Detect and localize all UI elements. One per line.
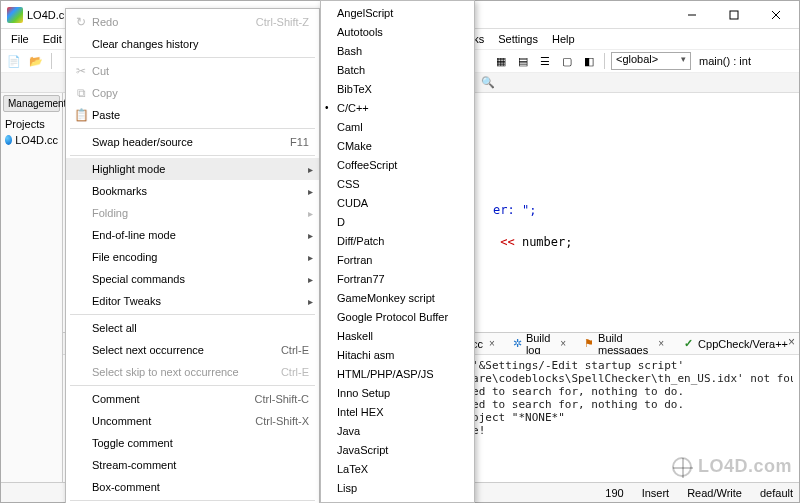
window-title: LO4D.c xyxy=(27,9,64,21)
projects-label: Projects xyxy=(1,114,62,132)
menu-item[interactable]: Special commands xyxy=(66,268,319,290)
menu-item[interactable]: Editor Tweaks xyxy=(66,290,319,312)
menu-item[interactable]: Box-comment xyxy=(66,476,319,498)
close-button[interactable] xyxy=(755,2,797,28)
menu-item-shortcut: Ctrl-Shift-Z xyxy=(256,16,309,28)
redo-icon: ↻ xyxy=(70,15,92,29)
bottom-tab-label: CppCheck/Vera++ xyxy=(698,338,788,350)
menu-file[interactable]: File xyxy=(5,31,35,47)
menu-edit[interactable]: Edit xyxy=(37,31,68,47)
menu-item: ↻RedoCtrl-Shift-Z xyxy=(66,11,319,33)
highlight-mode-item[interactable]: D xyxy=(321,212,474,231)
function-indicator[interactable]: main() : int xyxy=(695,55,751,67)
watermark: LO4D.com xyxy=(672,456,792,477)
tab-close-icon[interactable]: × xyxy=(558,338,566,349)
code-text: << xyxy=(500,235,514,249)
maximize-button[interactable] xyxy=(713,2,755,28)
status-readwrite: Read/Write xyxy=(687,487,742,499)
flag-icon: ⚑ xyxy=(584,338,594,350)
sidebar: Management Projects LO4D.cc xyxy=(1,93,63,482)
toolbar-icon[interactable]: ☰ xyxy=(536,52,554,70)
highlight-mode-item[interactable]: JavaScript xyxy=(321,440,474,459)
highlight-mode-item[interactable]: Bash xyxy=(321,41,474,60)
menu-item[interactable]: 📋Paste xyxy=(66,104,319,126)
toolbar-icon[interactable]: ▤ xyxy=(514,52,532,70)
highlight-mode-item[interactable]: Intel HEX xyxy=(321,402,474,421)
menu-settings[interactable]: Settings xyxy=(492,31,544,47)
project-item[interactable]: LO4D.cc xyxy=(1,132,62,148)
menu-item[interactable]: UncommentCtrl-Shift-X xyxy=(66,410,319,432)
svg-rect-1 xyxy=(730,11,738,19)
menu-item-label: Stream-comment xyxy=(92,459,309,471)
new-file-icon[interactable]: 📄 xyxy=(5,52,23,70)
highlight-mode-item[interactable]: Diff/Patch xyxy=(321,231,474,250)
toolbar-icon[interactable]: ▦ xyxy=(492,52,510,70)
status-insert-mode: Insert xyxy=(642,487,670,499)
highlight-mode-item[interactable]: Caml xyxy=(321,117,474,136)
menu-item[interactable]: Swap header/sourceF11 xyxy=(66,131,319,153)
scope-combo[interactable]: <global> xyxy=(611,52,691,70)
paste-icon: 📋 xyxy=(70,108,92,122)
management-tab[interactable]: Management xyxy=(3,95,60,112)
highlight-mode-item[interactable]: GameMonkey script xyxy=(321,288,474,307)
menu-item[interactable]: File encoding xyxy=(66,246,319,268)
app-logo-icon xyxy=(7,7,23,23)
menu-item[interactable]: Toggle comment xyxy=(66,432,319,454)
highlight-mode-item[interactable]: Java xyxy=(321,421,474,440)
code-text: er: xyxy=(493,203,522,217)
highlight-mode-item[interactable]: Fortran77 xyxy=(321,269,474,288)
menu-item[interactable]: Select all xyxy=(66,317,319,339)
toolbar-icon[interactable]: ◧ xyxy=(580,52,598,70)
menu-item[interactable]: Bookmarks xyxy=(66,180,319,202)
menu-item-label: Clear changes history xyxy=(92,38,309,50)
highlight-mode-item[interactable]: Google Protocol Buffer xyxy=(321,307,474,326)
menu-item: Select skip to next occurrenceCtrl-E xyxy=(66,361,319,383)
menu-item-label: Bookmarks xyxy=(92,185,309,197)
highlight-mode-item[interactable]: Lua xyxy=(321,497,474,503)
highlight-mode-item[interactable]: HTML/PHP/ASP/JS xyxy=(321,364,474,383)
highlight-mode-item[interactable]: LaTeX xyxy=(321,459,474,478)
bottom-tab-build-log[interactable]: ✲Build log× xyxy=(506,333,573,355)
menu-item[interactable]: Highlight mode xyxy=(66,158,319,180)
menu-item-label: Special commands xyxy=(92,273,309,285)
highlight-mode-item[interactable]: CSS xyxy=(321,174,474,193)
highlight-mode-item[interactable]: Autotools xyxy=(321,22,474,41)
highlight-mode-item[interactable]: Hitachi asm xyxy=(321,345,474,364)
bottom-tab-cppcheck[interactable]: ✓CppCheck/Vera++ xyxy=(675,335,795,353)
menu-help[interactable]: Help xyxy=(546,31,581,47)
search-icon[interactable]: 🔍 xyxy=(481,76,495,89)
status-col: 190 xyxy=(605,487,623,499)
highlight-mode-item[interactable]: BibTeX xyxy=(321,79,474,98)
menu-item[interactable]: Select next occurrenceCtrl-E xyxy=(66,339,319,361)
menu-item-shortcut: Ctrl-Shift-C xyxy=(255,393,309,405)
highlight-mode-item[interactable]: CMake xyxy=(321,136,474,155)
toolbar-icon[interactable]: ▢ xyxy=(558,52,576,70)
highlight-mode-submenu[interactable]: AngelScriptAutotoolsBashBatchBibTeXC/C++… xyxy=(320,0,475,503)
gear-icon: ✲ xyxy=(513,338,522,350)
bottom-tab-build-messages[interactable]: ⚑Build messages× xyxy=(577,333,671,355)
bottom-tab-label: Build log xyxy=(526,333,554,355)
menu-item: Folding xyxy=(66,202,319,224)
edit-context-menu[interactable]: ↻RedoCtrl-Shift-ZClear changes history✂C… xyxy=(65,8,320,503)
menu-item[interactable]: End-of-line mode xyxy=(66,224,319,246)
highlight-mode-item[interactable]: Haskell xyxy=(321,326,474,345)
project-item-label: LO4D.cc xyxy=(15,134,58,146)
tab-close-icon[interactable]: × xyxy=(656,338,664,349)
menu-item[interactable]: Stream-comment xyxy=(66,454,319,476)
highlight-mode-item[interactable]: Batch xyxy=(321,60,474,79)
bottom-panel-close-icon[interactable]: × xyxy=(788,335,795,349)
highlight-mode-item[interactable]: Lisp xyxy=(321,478,474,497)
menu-item-shortcut: Ctrl-E xyxy=(281,366,309,378)
minimize-button[interactable] xyxy=(671,2,713,28)
highlight-mode-item[interactable]: Fortran xyxy=(321,250,474,269)
highlight-mode-item[interactable]: CUDA xyxy=(321,193,474,212)
menu-item[interactable]: Clear changes history xyxy=(66,33,319,55)
open-file-icon[interactable]: 📂 xyxy=(27,52,45,70)
menu-item-label: End-of-line mode xyxy=(92,229,309,241)
highlight-mode-item[interactable]: C/C++ xyxy=(321,98,474,117)
highlight-mode-item[interactable]: CoffeeScript xyxy=(321,155,474,174)
highlight-mode-item[interactable]: AngelScript xyxy=(321,3,474,22)
menu-item[interactable]: CommentCtrl-Shift-C xyxy=(66,388,319,410)
tab-close-icon[interactable]: × xyxy=(487,338,495,349)
highlight-mode-item[interactable]: Inno Setup xyxy=(321,383,474,402)
